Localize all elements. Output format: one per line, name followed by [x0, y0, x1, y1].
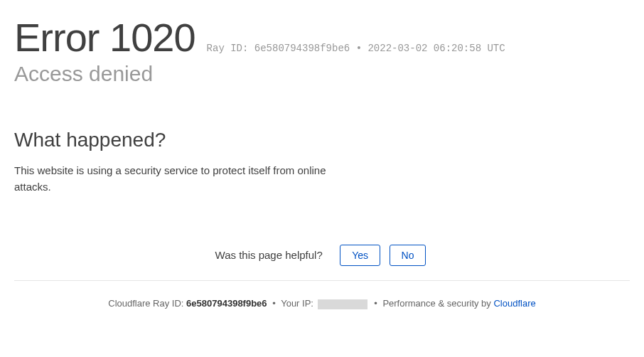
error-title: Error 1020: [14, 14, 195, 60]
feedback-label: Was this page helpful?: [215, 249, 323, 261]
footer: Cloudflare Ray ID: 6e580794398f9be6 • Yo…: [14, 298, 630, 309]
footer-security-label: Performance & security by: [382, 298, 490, 309]
what-happened-heading: What happened?: [14, 129, 630, 151]
separator: •: [356, 43, 368, 54]
ray-id-value: 6e580794398f9be6: [254, 43, 350, 54]
footer-ray-label: Cloudflare Ray ID:: [108, 298, 183, 309]
error-header: Error 1020 Ray ID: 6e580794398f9be6 • 20…: [14, 14, 630, 86]
timestamp: 2022-03-02 06:20:58 UTC: [367, 43, 505, 54]
separator: •: [272, 298, 276, 309]
feedback-section: Was this page helpful? Yes No: [14, 245, 630, 281]
error-subtitle: Access denied: [14, 62, 630, 86]
ray-meta: Ray ID: 6e580794398f9be6 • 2022-03-02 06…: [207, 43, 505, 54]
ip-redacted: [318, 299, 367, 309]
cloudflare-link[interactable]: Cloudflare: [493, 298, 535, 309]
separator: •: [374, 298, 377, 309]
yes-button[interactable]: Yes: [340, 245, 380, 266]
explanation-text: This website is using a security service…: [14, 163, 327, 195]
footer-ray-id: 6e580794398f9be6: [186, 298, 267, 309]
ray-id-label: Ray ID:: [207, 43, 249, 54]
title-line: Error 1020 Ray ID: 6e580794398f9be6 • 20…: [14, 14, 630, 60]
no-button[interactable]: No: [390, 245, 426, 266]
footer-ip-label: Your IP:: [281, 298, 313, 309]
